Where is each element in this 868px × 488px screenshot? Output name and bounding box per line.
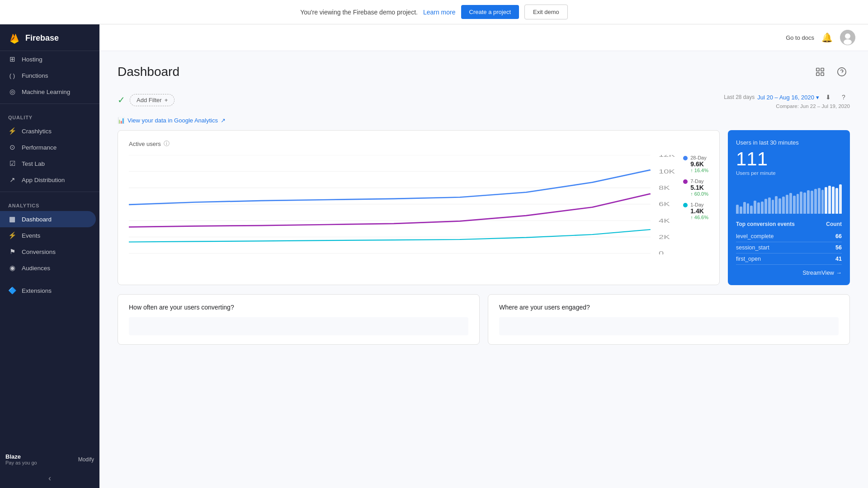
legend-28day: 28-Day 9.6K ↑ 16.4% (683, 155, 708, 173)
customize-dashboard-button[interactable] (812, 64, 828, 80)
sidebar-logo: Firebase (0, 24, 99, 51)
date-range-text: Jul 20 – Aug 16, 2020 (757, 94, 814, 101)
sidebar-item-app-distribution[interactable]: ↗ App Distribution (0, 172, 96, 188)
legend-7day: 7-Day 5.1K ↑ 60.0% (683, 178, 708, 197)
blaze-modify-button[interactable]: Modify (78, 456, 94, 463)
analytics-link-text: View your data in Google Analytics (127, 117, 218, 124)
svg-text:2K: 2K (659, 234, 670, 240)
sidebar-item-crashlytics[interactable]: ⚡ Crashlytics (0, 123, 96, 139)
shield-check-icon: ✓ (118, 94, 125, 105)
streamview-link[interactable]: StreamView → (736, 269, 842, 276)
conversion-count-label: Count (826, 221, 842, 227)
realtime-bar-chart (736, 182, 842, 214)
mini-bar (778, 198, 781, 214)
customize-icon (815, 67, 825, 77)
svg-text:10K: 10K (659, 169, 675, 175)
sidebar-divider-2 (0, 192, 99, 192)
engaged-question-card: Where are your users engaged? (488, 294, 850, 345)
svg-text:4K: 4K (659, 218, 670, 224)
mini-bar (814, 189, 817, 214)
svg-point-7 (838, 68, 846, 76)
page-header: Dashboard (118, 64, 850, 80)
conversion-count-2: 41 (835, 256, 842, 262)
hosting-icon: ⊞ (8, 55, 16, 63)
sidebar-item-conversions[interactable]: ⚑ Conversions (0, 244, 96, 260)
chart-legend: 28-Day 9.6K ↑ 16.4% 7-Day 5.1K (683, 155, 708, 220)
blaze-plan-sub: Pay as you go (5, 460, 37, 465)
top-bar: Go to docs 🔔 (99, 24, 868, 51)
mini-bar (828, 186, 831, 214)
active-users-svg-chart: 12K 10K 8K 6K 4K 2K 0 26 Jul 02 Aug (129, 155, 708, 254)
svg-rect-4 (821, 68, 824, 71)
chart-title: Active users (129, 141, 161, 147)
audiences-icon: ◉ (8, 264, 16, 272)
sidebar-logo-text: Firebase (25, 33, 59, 43)
help-button[interactable] (834, 64, 850, 80)
legend-1day: 1-Day 1.4K ↑ 46.6% (683, 202, 708, 220)
exit-demo-button[interactable]: Exit demo (524, 5, 568, 19)
legend-change-1day: ↑ 46.6% (690, 215, 708, 220)
plus-icon: + (165, 97, 168, 103)
mini-bar (761, 202, 764, 214)
sidebar-item-events[interactable]: ⚡ Events (0, 227, 96, 244)
crashlytics-icon: ⚡ (8, 127, 16, 135)
test-lab-icon: ☑ (8, 160, 16, 168)
mini-bar (807, 190, 810, 214)
sidebar-item-performance[interactable]: ⊙ Performance (0, 139, 96, 155)
create-project-button[interactable]: Create a project (461, 5, 519, 19)
chart-area: 12K 10K 8K 6K 4K 2K 0 26 Jul 02 Aug (129, 155, 708, 254)
filter-bar: ✓ Add Filter + Last 28 days Jul 20 – Aug… (118, 91, 850, 109)
performance-icon: ⊙ (8, 143, 16, 151)
legend-dot-1day (683, 203, 688, 207)
sidebar-item-label-extensions: Extensions (22, 287, 52, 294)
conversion-row-level-complete: level_complete 66 (736, 231, 842, 242)
bottom-cards: How often are your users converting? Whe… (118, 294, 850, 345)
sidebar-item-label-audiences: Audiences (22, 265, 50, 272)
svg-text:12K: 12K (659, 155, 675, 158)
legend-label-28day: 28-Day (690, 155, 708, 160)
sidebar-item-label-performance: Performance (22, 144, 57, 151)
mini-bar (821, 190, 824, 214)
page-title: Dashboard (118, 65, 179, 79)
mini-bar (757, 202, 760, 214)
converting-question-title: How often are your users converting? (129, 304, 468, 311)
analytics-link[interactable]: 📊 View your data in Google Analytics ↗ (118, 117, 850, 124)
date-help-button[interactable]: ? (837, 91, 850, 103)
avatar[interactable] (840, 30, 855, 45)
sidebar-item-label-ml: Machine Learning (22, 89, 70, 95)
engaged-question-title: Where are your users engaged? (499, 304, 839, 311)
sidebar-item-extensions[interactable]: 🔷 Extensions (0, 282, 96, 299)
legend-value-7day: 5.1K (690, 184, 708, 191)
sidebar-collapse-button[interactable]: ‹ (0, 470, 99, 487)
conversion-name-1: session_start (736, 244, 769, 251)
download-button[interactable]: ⬇ (822, 91, 835, 103)
add-filter-label: Add Filter (137, 97, 162, 103)
svg-rect-6 (821, 73, 824, 75)
sidebar-item-label-events: Events (22, 232, 40, 239)
sidebar-item-machine-learning[interactable]: ◎ Machine Learning (0, 84, 96, 100)
date-range-compare: Compare: Jun 22 – Jul 19, 2020 (776, 103, 850, 109)
add-filter-button[interactable]: Add Filter + (130, 94, 175, 106)
sidebar-item-label-app-distribution: App Distribution (22, 177, 65, 183)
legend-change-28day: ↑ 16.4% (690, 168, 708, 173)
sidebar-item-audiences[interactable]: ◉ Audiences (0, 260, 96, 276)
sidebar-item-test-lab[interactable]: ☑ Test Lab (0, 155, 96, 172)
sidebar-item-hosting[interactable]: ⊞ Hosting (0, 51, 96, 67)
notifications-icon[interactable]: 🔔 (821, 32, 833, 43)
sidebar-item-dashboard[interactable]: ▦ Dashboard (0, 211, 96, 227)
goto-docs-link[interactable]: Go to docs (786, 34, 814, 41)
svg-rect-3 (816, 68, 819, 71)
chart-info-icon[interactable]: ⓘ (164, 140, 170, 148)
converting-question-card: How often are your users converting? (118, 294, 480, 345)
sidebar-item-functions[interactable]: ( ) Functions (0, 67, 96, 84)
sidebar-item-label-test-lab: Test Lab (22, 160, 45, 167)
banner-text: You're viewing the Firebase demo project… (300, 9, 418, 16)
mini-bar (839, 184, 842, 214)
legend-dot-28day (683, 156, 688, 160)
date-range-picker[interactable]: Jul 20 – Aug 16, 2020 ▾ (757, 94, 819, 101)
banner-learn-more[interactable]: Learn more (423, 9, 456, 16)
realtime-count: 111 (736, 149, 842, 169)
firebase-logo-icon (8, 32, 21, 44)
external-link-icon: ↗ (221, 117, 226, 124)
functions-icon: ( ) (8, 71, 16, 80)
